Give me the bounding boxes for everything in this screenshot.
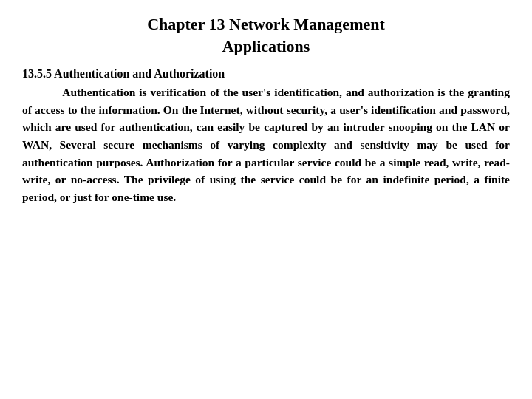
section-heading: 13.5.5 Authentication and Authorization — [22, 67, 510, 81]
chapter-title-line1: Chapter 13 Network Management — [22, 13, 510, 35]
paragraph-text: Authentication is verification of the us… — [22, 86, 510, 202]
page-content: Chapter 13 Network Management Applicatio… — [22, 13, 510, 205]
chapter-title-line2: Applications — [22, 35, 510, 58]
chapter-title: Chapter 13 Network Management Applicatio… — [22, 13, 510, 57]
body-paragraph: Authentication is verification of the us… — [22, 83, 510, 205]
